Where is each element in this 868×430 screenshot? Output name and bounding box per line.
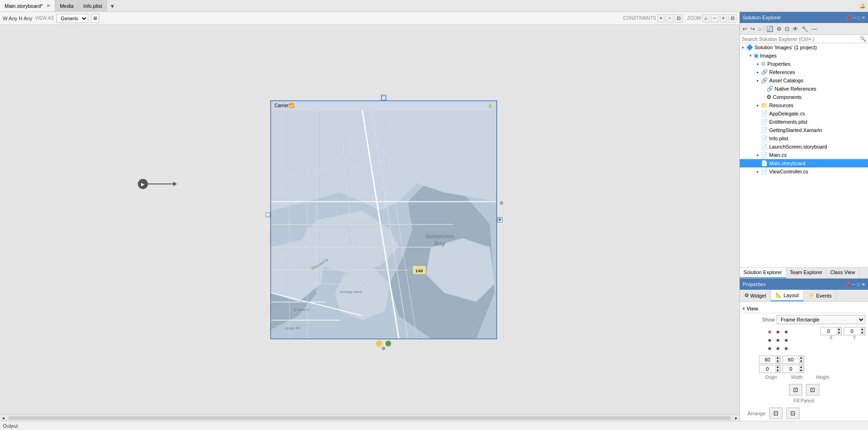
tree-item-viewcontroller[interactable]: ▸ 📄 ViewController.cs (740, 167, 868, 176)
se-tab-solution[interactable]: Solution Explorer (740, 268, 786, 278)
width-input[interactable] (760, 356, 775, 363)
resize-handle-left[interactable] (266, 212, 270, 217)
grid-dot-br[interactable] (785, 347, 788, 350)
origin-x-input[interactable] (760, 365, 775, 373)
tab-media[interactable]: Media (55, 0, 79, 11)
height-input[interactable] (783, 356, 799, 363)
tree-item-maincs[interactable]: ▸ 📄 Main.cs (740, 151, 868, 159)
tree-item-appdelegate[interactable]: 📄 AppDelegate.cs (740, 109, 868, 118)
se-maximize-icon[interactable]: □ (857, 15, 860, 20)
fill-v-btn[interactable]: ⊡ (806, 384, 819, 396)
x-input[interactable] (821, 327, 836, 335)
tree-item-asset-catalogs[interactable]: ▸ 🔗 Asset Catalogs (740, 76, 868, 85)
solution-expand[interactable]: ▸ (740, 45, 746, 50)
se-home-btn[interactable]: ⌂ (757, 25, 762, 33)
scroll-left-btn[interactable]: ◂ (0, 416, 6, 420)
zoom-in-btn[interactable]: + (720, 14, 727, 23)
tree-item-launchscreen[interactable]: 📄 LaunchScreen.storyboard (740, 143, 868, 151)
resize-handle-right[interactable]: ⚙ (497, 217, 503, 223)
zoom-reset-btn[interactable]: ⌂ (702, 14, 709, 23)
se-pin2-btn[interactable]: — (811, 25, 818, 33)
constraint-minus-btn[interactable]: − (666, 14, 673, 23)
segue-handle[interactable]: ⚙ (499, 201, 504, 206)
tree-item-components[interactable]: ⚙ Components (740, 93, 868, 101)
tree-item-images[interactable]: ▾ ▣ Images (740, 52, 868, 60)
props-tab-layout[interactable]: 📐 Layout (771, 290, 804, 301)
horizontal-scrollbar[interactable] (8, 416, 731, 420)
se-back-btn[interactable]: ↩ (742, 25, 748, 33)
viewcontroller-expand[interactable]: ▸ (755, 169, 761, 174)
resources-expand[interactable]: ▸ (755, 103, 761, 108)
x-up-btn[interactable]: ▲ (836, 327, 841, 331)
y-down-btn[interactable]: ▼ (860, 331, 865, 335)
se-tab-class[interactable]: Class View (827, 268, 859, 278)
constraint-add-btn[interactable]: + (658, 14, 665, 23)
fill-h-btn[interactable]: ⊡ (789, 384, 802, 396)
grid-dot-mr[interactable] (785, 339, 788, 342)
height-up-btn[interactable]: ▲ (799, 356, 804, 360)
tree-item-references[interactable]: ▸ 🔗 References (740, 68, 868, 76)
grid-dot-tc[interactable] (777, 331, 779, 333)
asset-catalogs-expand[interactable]: ▸ (755, 78, 761, 83)
tree-item-mainstoryboard[interactable]: 📄 Main.storyboard (740, 159, 868, 167)
props-maximize-icon[interactable]: □ (857, 282, 860, 287)
width-up-btn[interactable]: ▲ (775, 356, 780, 360)
se-filter-btn[interactable]: ⚙ (776, 25, 783, 33)
scroll-right-btn[interactable]: ▸ (733, 416, 739, 420)
maincs-expand[interactable]: ▸ (755, 153, 761, 157)
tree-item-solution[interactable]: ▸ 🔷 Solution 'Images' (1 project) (740, 43, 868, 52)
bottom-segue-icon[interactable]: ⊛ (381, 345, 386, 351)
orig-y-down[interactable]: ▼ (799, 369, 804, 373)
notifications-icon[interactable]: 🔔 (860, 3, 865, 8)
tab-close-main[interactable]: ✕ (46, 3, 50, 8)
properties-expand[interactable]: ▸ (755, 62, 761, 66)
se-forward-btn[interactable]: ↪ (749, 25, 756, 33)
tree-item-resources[interactable]: ▸ 📁 Resources (740, 101, 868, 109)
tab-add-button[interactable]: ▾ (107, 2, 118, 10)
se-search-input[interactable] (742, 36, 860, 42)
props-tab-widget[interactable]: ⚙ Widget (740, 290, 771, 301)
se-minimize-icon[interactable]: ─ (853, 15, 856, 20)
se-wrench-btn[interactable]: 🔧 (800, 25, 809, 33)
tree-item-gettingstarted[interactable]: 📄 GettingStarted.Xamarin (740, 126, 868, 134)
orig-x-down[interactable]: ▼ (775, 369, 780, 373)
zoom-out-btn[interactable]: − (711, 14, 718, 23)
orig-y-up[interactable]: ▲ (799, 365, 804, 369)
grid-dot-ml[interactable] (768, 339, 771, 342)
props-minimize-icon[interactable]: ─ (852, 282, 855, 287)
tree-item-infoplist[interactable]: 📄 Info.plist (740, 134, 868, 143)
orig-x-up[interactable]: ▲ (775, 365, 780, 369)
map-view[interactable]: 146 Galveston Bay Shipyard Dr N Shore Dr… (271, 110, 496, 338)
view-as-select[interactable]: Generic (57, 14, 88, 23)
arrange-right-btn[interactable]: ⊡ (786, 407, 800, 419)
props-close-icon[interactable]: ✕ (862, 282, 865, 287)
grid-dot-bc[interactable] (777, 347, 779, 350)
tab-main-storyboard[interactable]: Main.storyboard* ✕ (0, 0, 55, 11)
resize-handle-top-center[interactable] (381, 96, 386, 100)
x-down-btn[interactable]: ▼ (836, 331, 841, 335)
origin-y-input[interactable] (783, 365, 799, 373)
grid-dot-mc[interactable] (777, 339, 779, 342)
show-select[interactable]: Frame Rectangle Bounds Rectangle Autores… (777, 315, 865, 324)
grid-selector[interactable] (766, 329, 789, 352)
view-expand-icon[interactable]: ▾ (743, 306, 745, 311)
se-pin-icon[interactable]: 📌 (846, 15, 851, 20)
handle-green[interactable] (385, 340, 391, 347)
width-down-btn[interactable]: ▼ (775, 360, 780, 363)
grid-dot-tl[interactable] (768, 331, 771, 333)
se-show-all-btn[interactable]: 👁 (792, 25, 799, 33)
images-expand[interactable]: ▾ (747, 53, 754, 58)
se-view-btn[interactable]: ⊡ (784, 25, 790, 33)
se-tree[interactable]: ▸ 🔷 Solution 'Images' (1 project) ▾ ▣ Im… (740, 43, 868, 267)
tree-item-entitlements[interactable]: 📄 Entitlements.plist (740, 118, 868, 126)
y-up-btn[interactable]: ▲ (860, 327, 865, 331)
references-expand[interactable]: ▸ (755, 70, 761, 75)
se-refresh-btn[interactable]: 🔄 (766, 25, 774, 33)
tab-infoplist[interactable]: Info.plist (79, 0, 107, 11)
arrange-left-btn[interactable]: ⊡ (769, 407, 783, 419)
grid-dot-tr[interactable] (785, 331, 788, 333)
tree-item-native-references[interactable]: 🔗 Native References (740, 85, 868, 93)
canvas-area[interactable]: ▶ ⚙ ⚙ (0, 25, 739, 414)
se-tab-team[interactable]: Team Explorer (786, 268, 827, 278)
height-down-btn[interactable]: ▼ (799, 360, 804, 363)
